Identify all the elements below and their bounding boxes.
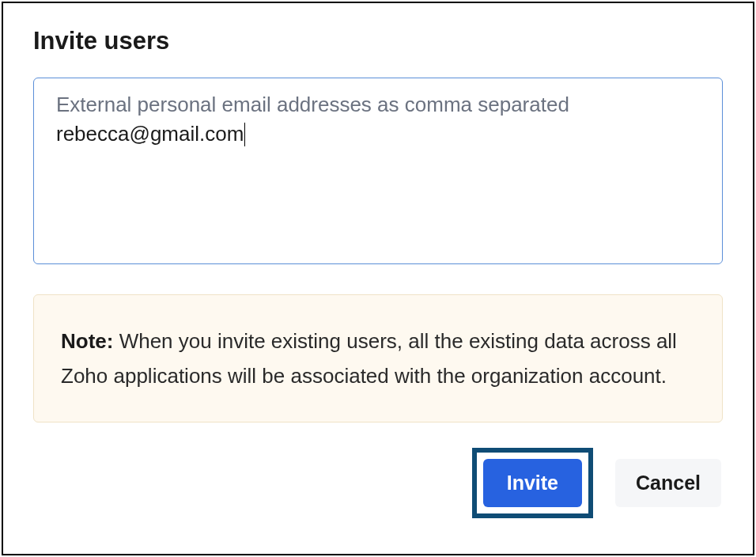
- invite-button-highlight: Invite: [472, 448, 593, 518]
- note-body: When you invite existing users, all the …: [61, 329, 677, 388]
- email-input-placeholder: External personal email addresses as com…: [56, 93, 700, 117]
- dialog-title: Invite users: [33, 27, 723, 55]
- invite-users-dialog: Invite users External personal email add…: [2, 2, 754, 555]
- note-text: Note: When you invite existing users, al…: [61, 329, 677, 388]
- email-input[interactable]: External personal email addresses as com…: [33, 78, 723, 264]
- cancel-button[interactable]: Cancel: [615, 459, 721, 507]
- note-box: Note: When you invite existing users, al…: [33, 294, 723, 422]
- button-row: Invite Cancel: [33, 448, 723, 518]
- invite-button[interactable]: Invite: [483, 459, 582, 507]
- text-cursor: [244, 123, 245, 146]
- email-input-value: rebecca@gmail.com: [56, 122, 244, 146]
- note-label: Note:: [61, 329, 113, 353]
